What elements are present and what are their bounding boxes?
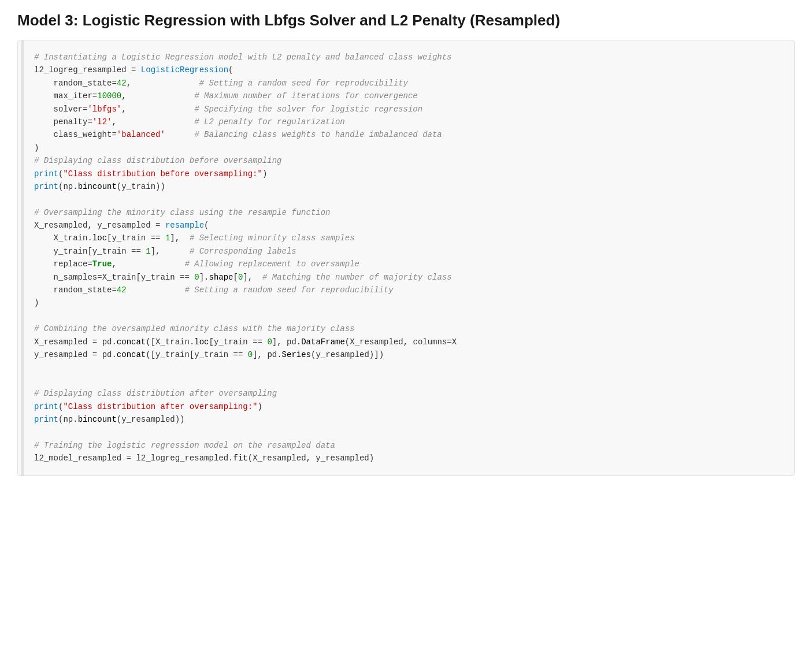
code-content: # Instantiating a Logistic Regression mo… — [34, 51, 783, 465]
code-cell: # Instantiating a Logistic Regression mo… — [17, 40, 795, 476]
page-title: Model 3: Logistic Regression with Lbfgs … — [17, 12, 795, 29]
cell-indicator — [21, 40, 24, 475]
